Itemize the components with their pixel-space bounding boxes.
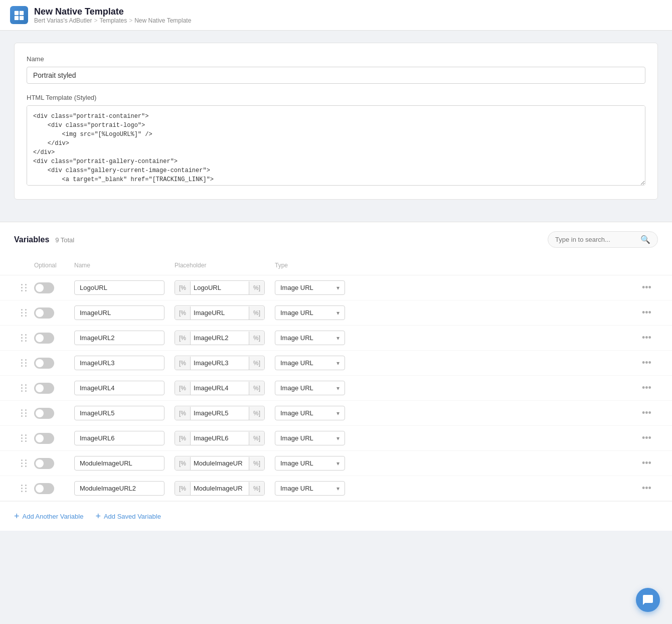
optional-toggle-6[interactable] bbox=[34, 433, 54, 444]
optional-toggle-0[interactable] bbox=[34, 282, 54, 293]
drag-handle-4[interactable] bbox=[14, 384, 34, 392]
breadcrumb-sep1: > bbox=[94, 17, 97, 24]
search-box[interactable]: 🔍 bbox=[548, 231, 658, 248]
var-name-input-8[interactable] bbox=[74, 481, 164, 496]
placeholder-suffix-2: %] bbox=[249, 332, 264, 345]
placeholder-input-7[interactable] bbox=[191, 456, 249, 470]
drag-handle-1[interactable] bbox=[14, 309, 34, 317]
toggle-cell-7 bbox=[34, 458, 74, 469]
placeholder-suffix-8: %] bbox=[249, 482, 264, 495]
more-button-7[interactable]: ••• bbox=[638, 456, 655, 471]
placeholder-input-2[interactable] bbox=[191, 331, 249, 345]
more-button-2[interactable]: ••• bbox=[638, 331, 655, 345]
type-select-8[interactable]: Image URL ▾ bbox=[275, 481, 345, 496]
placeholder-prefix-0: [% bbox=[175, 281, 191, 294]
type-select-4[interactable]: Image URL ▾ bbox=[275, 381, 345, 395]
type-select-5[interactable]: Image URL ▾ bbox=[275, 406, 345, 420]
breadcrumb: Bert Varias's AdButler > Templates > New… bbox=[34, 17, 191, 24]
var-name-input-5[interactable] bbox=[74, 406, 164, 420]
placeholder-input-1[interactable] bbox=[191, 306, 249, 320]
name-cell-5 bbox=[74, 406, 175, 420]
add-saved-icon: + bbox=[95, 512, 101, 521]
add-variable-button[interactable]: + Add Another Variable bbox=[14, 510, 83, 523]
more-button-8[interactable]: ••• bbox=[638, 481, 655, 496]
table-row: [% %] Image URL ▾ ••• bbox=[0, 275, 672, 300]
table-row: [% %] Image URL ▾ ••• bbox=[0, 351, 672, 376]
type-select-1[interactable]: Image URL ▾ bbox=[275, 305, 345, 320]
drag-handle-7[interactable] bbox=[14, 459, 34, 467]
type-value-5: Image URL bbox=[280, 409, 313, 417]
type-chevron-8: ▾ bbox=[337, 485, 340, 492]
type-chevron-7: ▾ bbox=[337, 460, 340, 467]
placeholder-input-3[interactable] bbox=[191, 356, 249, 370]
type-select-3[interactable]: Image URL ▾ bbox=[275, 356, 345, 370]
var-name-input-1[interactable] bbox=[74, 305, 164, 320]
more-button-0[interactable]: ••• bbox=[638, 280, 655, 295]
template-label: HTML Template (Styled) bbox=[27, 94, 645, 101]
drag-handle-5[interactable] bbox=[14, 409, 34, 417]
type-value-7: Image URL bbox=[280, 459, 313, 467]
type-select-7[interactable]: Image URL ▾ bbox=[275, 456, 345, 471]
drag-handle-3[interactable] bbox=[14, 359, 34, 367]
placeholder-cell-8: [% %] bbox=[175, 481, 275, 496]
variables-section: Variables 9 Total 🔍 Optional Name Placeh… bbox=[0, 222, 672, 531]
var-name-input-3[interactable] bbox=[74, 356, 164, 370]
var-name-input-4[interactable] bbox=[74, 381, 164, 395]
type-select-0[interactable]: Image URL ▾ bbox=[275, 280, 345, 295]
name-input[interactable] bbox=[27, 67, 645, 84]
placeholder-field-5: [% %] bbox=[175, 406, 265, 420]
placeholder-input-5[interactable] bbox=[191, 406, 249, 420]
var-name-input-7[interactable] bbox=[74, 456, 164, 471]
placeholder-input-8[interactable] bbox=[191, 482, 249, 495]
code-area-wrapper: <div class="portrait-container"> <div cl… bbox=[27, 105, 645, 187]
placeholder-suffix-0: %] bbox=[249, 281, 264, 294]
more-button-4[interactable]: ••• bbox=[638, 381, 655, 395]
optional-toggle-1[interactable] bbox=[34, 307, 54, 319]
template-code-input[interactable]: <div class="portrait-container"> <div cl… bbox=[27, 105, 645, 186]
placeholder-input-6[interactable] bbox=[191, 431, 249, 445]
more-button-1[interactable]: ••• bbox=[638, 305, 655, 320]
drag-handle-8[interactable] bbox=[14, 485, 34, 492]
drag-handle-2[interactable] bbox=[14, 334, 34, 342]
type-select-6[interactable]: Image URL ▾ bbox=[275, 431, 345, 445]
placeholder-cell-0: [% %] bbox=[175, 280, 275, 295]
optional-toggle-5[interactable] bbox=[34, 408, 54, 419]
page-title: New Native Template bbox=[34, 7, 191, 17]
type-cell-8: Image URL ▾ bbox=[275, 481, 355, 496]
var-name-input-0[interactable] bbox=[74, 280, 164, 295]
add-saved-button[interactable]: + Add Saved Variable bbox=[95, 510, 160, 523]
more-button-3[interactable]: ••• bbox=[638, 356, 655, 370]
table-row: [% %] Image URL ▾ ••• bbox=[0, 426, 672, 451]
more-cell-0: ••• bbox=[638, 280, 658, 295]
breadcrumb-templates[interactable]: Templates bbox=[99, 17, 127, 24]
more-button-6[interactable]: ••• bbox=[638, 431, 655, 445]
drag-handle-0[interactable] bbox=[14, 284, 34, 291]
svg-rect-0 bbox=[15, 11, 19, 15]
placeholder-cell-6: [% %] bbox=[175, 431, 275, 445]
placeholder-input-4[interactable] bbox=[191, 381, 249, 395]
name-cell-7 bbox=[74, 456, 175, 471]
type-value-3: Image URL bbox=[280, 359, 313, 367]
placeholder-prefix-7: [% bbox=[175, 457, 191, 470]
col-drag bbox=[14, 260, 34, 271]
more-button-5[interactable]: ••• bbox=[638, 406, 655, 420]
search-input[interactable] bbox=[555, 236, 636, 243]
var-name-input-6[interactable] bbox=[74, 431, 164, 445]
optional-toggle-3[interactable] bbox=[34, 358, 54, 369]
placeholder-suffix-1: %] bbox=[249, 306, 264, 320]
table-header: Optional Name Placeholder Type bbox=[0, 256, 672, 275]
optional-toggle-8[interactable] bbox=[34, 483, 54, 494]
search-icon: 🔍 bbox=[640, 235, 650, 244]
placeholder-input-0[interactable] bbox=[191, 281, 249, 294]
drag-handle-6[interactable] bbox=[14, 434, 34, 442]
optional-toggle-4[interactable] bbox=[34, 383, 54, 394]
optional-toggle-7[interactable] bbox=[34, 458, 54, 469]
type-cell-6: Image URL ▾ bbox=[275, 431, 355, 445]
placeholder-prefix-6: [% bbox=[175, 432, 191, 445]
add-saved-label: Add Saved Variable bbox=[104, 513, 161, 520]
toggle-cell-2 bbox=[34, 333, 74, 344]
type-select-2[interactable]: Image URL ▾ bbox=[275, 331, 345, 345]
toggle-cell-6 bbox=[34, 433, 74, 444]
optional-toggle-2[interactable] bbox=[34, 333, 54, 344]
var-name-input-2[interactable] bbox=[74, 331, 164, 345]
